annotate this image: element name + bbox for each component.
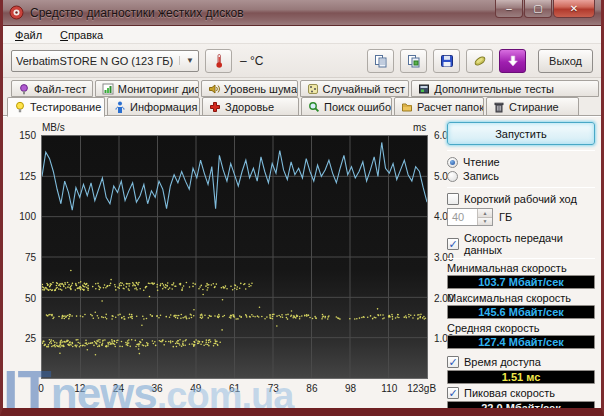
maximize-button[interactable]: ▢ — [524, 0, 552, 18]
read-radio-row[interactable]: Чтение — [447, 156, 595, 168]
capacity-spinner[interactable]: 40 ▲▼ — [447, 208, 493, 226]
chevron-down-icon: ▼ — [179, 56, 194, 65]
spinner-arrows[interactable]: ▲▼ — [477, 209, 492, 225]
transfer-checkbox[interactable]: ✓ — [447, 238, 459, 250]
tab-label: Случайный тест — [323, 83, 406, 95]
tab-health[interactable]: Здоровье — [202, 97, 299, 116]
folder-usage-icon — [401, 101, 413, 113]
tick-label: 98 — [345, 383, 356, 394]
write-radio-row[interactable]: Запись — [447, 170, 595, 182]
burst-rate-value: 22.0 Мбайт/сек — [447, 401, 595, 415]
tab-info[interactable]: Информация — [107, 97, 200, 116]
window-title: Средство диагностики жестких дисков — [30, 6, 489, 20]
write-radio[interactable] — [447, 171, 458, 182]
spin-down-icon[interactable]: ▼ — [478, 218, 492, 226]
save-icon — [440, 54, 454, 68]
tick-label: 36 — [152, 383, 163, 394]
burst-rate-checkbox[interactable]: ✓ — [447, 387, 459, 399]
menu-file[interactable]: Файл — [7, 28, 50, 42]
min-speed-value: 103.7 Мбайт/сек — [447, 275, 595, 289]
save-button[interactable] — [433, 49, 460, 73]
access-time-label: Время доступа — [464, 356, 541, 368]
tick-label: 50 — [25, 293, 36, 304]
separator — [447, 187, 595, 188]
copy-add-icon — [407, 54, 421, 68]
tab-extra-tests[interactable]: Дополнительные тесты — [411, 80, 599, 97]
tick-label: 0 — [38, 383, 44, 394]
tick-label: 75 — [25, 252, 36, 263]
tick-label: 25 — [25, 333, 36, 344]
health-icon — [209, 101, 221, 113]
max-speed-value: 145.6 Мбайт/сек — [447, 305, 595, 319]
tab-label: Расчет папок — [417, 101, 484, 113]
drive-select-dropdown[interactable]: VerbatimSTORE N GO (123 ГБ) ▼ — [11, 50, 199, 72]
erase-icon — [493, 101, 505, 113]
tab-random-test[interactable]: Случайный тест — [300, 80, 410, 97]
temperature-value: – °C — [240, 54, 263, 68]
tab-label: Тестирование — [30, 101, 101, 113]
tab-noise-level[interactable]: Уровень шума — [201, 80, 298, 97]
disk-monitor-icon — [102, 83, 114, 95]
tick-label: 86 — [306, 383, 317, 394]
tick-label: 125 — [19, 171, 36, 182]
drive-select-value: VerbatimSTORE N GO (123 ГБ) — [16, 55, 173, 67]
menu-bar: Файл Справка — [3, 26, 601, 44]
thermometer-icon — [212, 53, 226, 69]
tab-error-scan[interactable]: Поиск ошибок — [301, 97, 392, 116]
tab-erase[interactable]: Стирание — [486, 97, 579, 116]
short-stroke-size-row: 40 ▲▼ ГБ — [447, 208, 595, 226]
control-panel: Запустить Чтение Запись Короткий рабочий… — [447, 122, 595, 416]
close-button[interactable]: ✕ — [553, 0, 595, 18]
menu-help[interactable]: Справка — [52, 28, 111, 42]
tab-benchmark[interactable]: Тестирование — [7, 97, 105, 117]
tab-folder-usage[interactable]: Расчет папок — [394, 97, 484, 116]
short-stroke-checkbox[interactable] — [447, 193, 459, 205]
transfer-checkbox-row[interactable]: ✓ Скорость передачи данных — [447, 232, 595, 256]
capture-button[interactable] — [466, 49, 493, 73]
start-button[interactable]: Запустить — [447, 122, 595, 145]
tick-label: 123gB — [407, 383, 436, 394]
short-stroke-row[interactable]: Короткий рабочий ход — [447, 193, 595, 205]
tick-label: 150 — [19, 130, 36, 141]
tab-row-primary: ТестированиеИнформацияЗдоровьеПоиск ошиб… — [7, 97, 601, 116]
capture-icon — [473, 54, 487, 68]
download-button[interactable] — [499, 49, 526, 73]
tab-label: Информация — [130, 101, 197, 113]
access-time-value: 1.51 мс — [447, 370, 595, 384]
avg-speed-value: 127.4 Мбайт/сек — [447, 335, 595, 349]
temperature-button[interactable] — [205, 49, 232, 73]
tab-label: Здоровье — [225, 101, 274, 113]
minimize-button[interactable]: – — [495, 0, 523, 18]
benchmark-chart — [41, 135, 428, 379]
app-icon — [9, 5, 24, 20]
tab-row-secondary: Файл-тестМониторинг дискаУровень шумаСлу… — [11, 80, 601, 97]
right-axis-unit: ms — [413, 122, 426, 133]
copy-icon — [374, 54, 388, 68]
benchmark-icon — [14, 101, 26, 113]
tab-label: Уровень шума — [224, 83, 297, 95]
tab-label: Мониторинг диска — [118, 83, 199, 95]
access-checkbox-row[interactable]: ✓ Время доступа — [447, 356, 595, 368]
short-stroke-label: Короткий рабочий ход — [464, 193, 577, 205]
info-icon — [114, 101, 126, 113]
left-axis-ticks: 150125100755025 — [11, 135, 38, 379]
read-radio-label: Чтение — [463, 156, 500, 168]
toolbar: VerbatimSTORE N GO (123 ГБ) ▼ – °C — [3, 44, 601, 78]
tab-disk-monitor[interactable]: Мониторинг диска — [95, 80, 199, 97]
spin-up-icon[interactable]: ▲ — [478, 209, 492, 218]
noise-level-icon — [208, 83, 220, 95]
min-speed-label: Минимальная скорость — [447, 262, 595, 274]
access-time-checkbox[interactable]: ✓ — [447, 356, 459, 368]
copy-text-button[interactable] — [367, 49, 394, 73]
tab-label: Стирание — [509, 101, 559, 113]
tab-label: Дополнительные тесты — [434, 83, 554, 95]
burst-checkbox-row[interactable]: ✓ Пиковая скорость — [447, 387, 595, 399]
app-window: Средство диагностики жестких дисков – ▢ … — [0, 0, 604, 416]
read-radio[interactable] — [447, 157, 458, 168]
copy-image-button[interactable] — [400, 49, 427, 73]
arrow-down-icon — [506, 54, 520, 68]
write-radio-label: Запись — [463, 170, 499, 182]
random-test-icon — [307, 83, 319, 95]
tab-file-test[interactable]: Файл-тест — [11, 80, 93, 97]
exit-button[interactable]: Выход — [538, 49, 593, 73]
